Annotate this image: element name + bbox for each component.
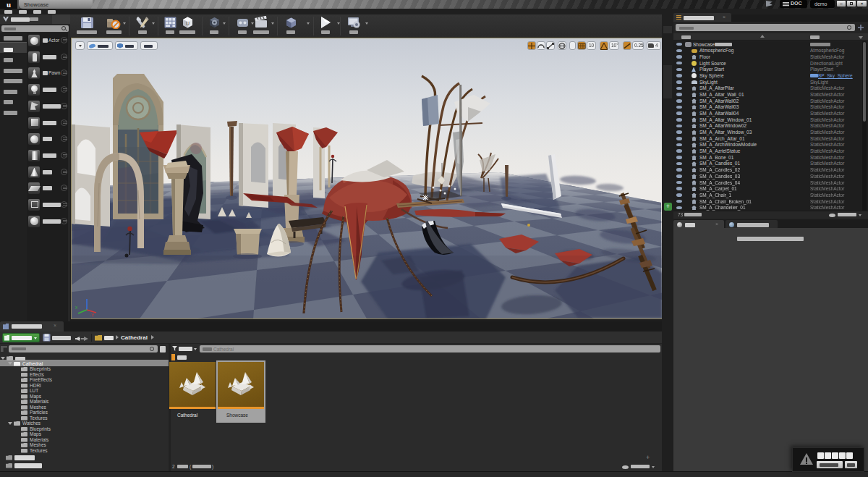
svg-text:x: x <box>75 305 78 310</box>
svg-text:U: U <box>186 21 190 26</box>
svg-text:-Y: -Y <box>90 313 95 318</box>
